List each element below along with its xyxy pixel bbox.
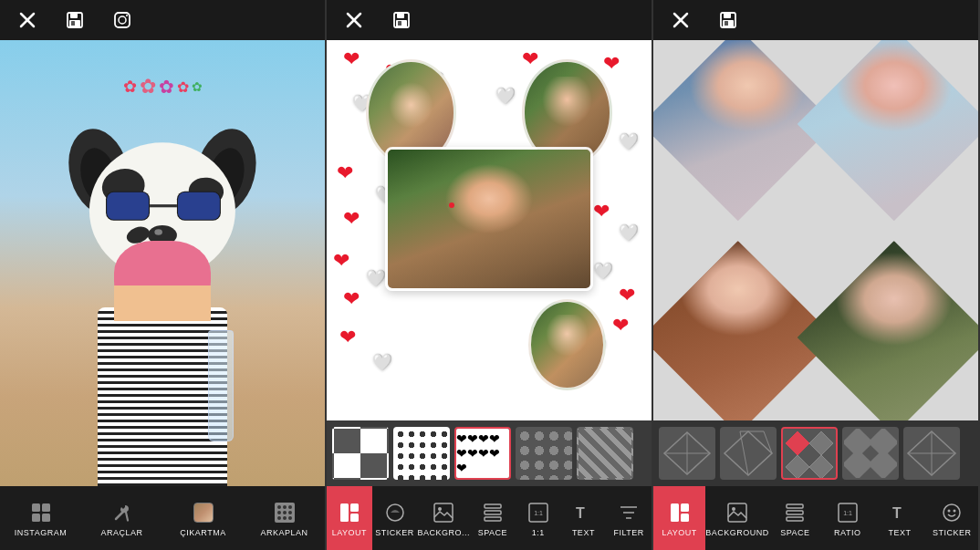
save-button-2[interactable] bbox=[389, 7, 414, 33]
thumb-pinwheel[interactable] bbox=[332, 427, 389, 480]
tool-background-2[interactable]: BACKGRO... bbox=[418, 486, 471, 550]
tool-space-3[interactable]: SPACE bbox=[769, 486, 821, 550]
bottom-toolbar-1: INSTAGRAM ARAÇLAR ÇIKARTMA ARKAPLAN bbox=[0, 486, 325, 550]
thumb-squares[interactable] bbox=[577, 427, 633, 480]
layout-icon bbox=[337, 500, 362, 525]
thumb-dots-sm[interactable] bbox=[393, 427, 450, 480]
photo-frame-4[interactable] bbox=[528, 299, 606, 390]
svg-rect-47 bbox=[350, 514, 359, 522]
instagram-button-1[interactable] bbox=[109, 7, 135, 33]
svg-point-36 bbox=[277, 516, 281, 520]
svg-text:T: T bbox=[576, 505, 585, 521]
close-button-2[interactable] bbox=[341, 7, 367, 33]
svg-point-30 bbox=[277, 505, 281, 509]
svg-point-23 bbox=[154, 229, 162, 234]
svg-point-38 bbox=[288, 516, 292, 520]
girl-neck bbox=[114, 285, 212, 321]
tool-text-2[interactable]: T TEXT bbox=[561, 486, 607, 550]
diamond-photo-tr[interactable] bbox=[798, 40, 978, 220]
bottle bbox=[208, 330, 234, 441]
space2-icon bbox=[480, 500, 506, 525]
layout-thumb-5[interactable] bbox=[903, 427, 960, 480]
thumb-dots-lg[interactable] bbox=[516, 427, 572, 480]
heart-decor: ❤ bbox=[343, 287, 360, 311]
tool-instagram[interactable]: INSTAGRAM bbox=[0, 486, 81, 550]
tool-arkaplan[interactable]: ARKAPLAN bbox=[244, 486, 325, 550]
svg-point-101 bbox=[954, 509, 956, 512]
layout3-icon bbox=[667, 500, 693, 525]
svg-rect-3 bbox=[70, 13, 78, 18]
svg-rect-20 bbox=[107, 192, 149, 219]
pattern-icon bbox=[272, 500, 297, 525]
svg-text:T: T bbox=[892, 505, 902, 521]
svg-rect-91 bbox=[728, 503, 746, 522]
svg-text:1:1: 1:1 bbox=[843, 510, 852, 516]
tool-sticker-2[interactable]: STICKER bbox=[372, 486, 418, 550]
photo-frame-3[interactable] bbox=[385, 147, 593, 291]
layout-thumb-4[interactable] bbox=[842, 427, 899, 480]
svg-rect-42 bbox=[397, 13, 404, 18]
tool-araclar-label: ARAÇLAR bbox=[100, 528, 142, 537]
svg-rect-25 bbox=[42, 503, 50, 512]
heart-decor: ❤ bbox=[337, 161, 353, 185]
svg-point-8 bbox=[126, 15, 128, 16]
filter2-icon bbox=[616, 500, 641, 525]
diamond-collage bbox=[653, 40, 978, 420]
svg-point-37 bbox=[283, 516, 287, 520]
layout-thumb-2[interactable] bbox=[720, 427, 777, 480]
svg-rect-46 bbox=[350, 503, 359, 512]
svg-point-99 bbox=[944, 504, 960, 521]
svg-rect-45 bbox=[340, 503, 349, 522]
diamond-photo-br[interactable] bbox=[798, 241, 978, 420]
tool-background-3-label: BACKGROUND bbox=[705, 528, 769, 537]
tool-text-2-label: TEXT bbox=[572, 528, 595, 537]
layout-thumb-3[interactable] bbox=[781, 427, 838, 480]
svg-point-100 bbox=[948, 509, 951, 512]
collage-bg: ❤ ❤ 🤍 ❤ 🤍 ❤ 🤍 ❤ 🤍 ❤ 🤍 ❤ 🤍 ❤ ❤ 🤍 ❤ 🤍 ❤ 🤍 … bbox=[327, 40, 652, 420]
tool-sticker-2-label: STICKER bbox=[375, 528, 414, 537]
heart-decor: 🤍 bbox=[372, 352, 392, 372]
tool-ratio-2[interactable]: 1:1 1:1 bbox=[516, 486, 561, 550]
tool-arkaplan-label: ARKAPLAN bbox=[260, 528, 308, 537]
svg-point-35 bbox=[288, 511, 292, 514]
heart-decor: 🤍 bbox=[495, 86, 516, 106]
layout-strip-3 bbox=[653, 420, 978, 486]
svg-point-33 bbox=[277, 511, 281, 514]
tool-layout-3-label: LAYOUT bbox=[662, 528, 696, 537]
close-button-1[interactable] bbox=[15, 7, 40, 33]
tool-sticker-3[interactable]: STICKER bbox=[926, 486, 978, 550]
tool-text-3[interactable]: T TEXT bbox=[873, 486, 925, 550]
background2-icon bbox=[431, 500, 456, 525]
svg-rect-93 bbox=[787, 511, 803, 514]
tool-cikartma-label: ÇIKARTMA bbox=[180, 528, 225, 537]
tool-background-3[interactable]: BACKGROUND bbox=[705, 486, 769, 550]
svg-point-50 bbox=[438, 507, 442, 511]
tool-filter-2[interactable]: FILTER bbox=[606, 486, 652, 550]
svg-rect-95 bbox=[787, 517, 803, 521]
svg-rect-27 bbox=[42, 514, 50, 522]
tool-cikartma[interactable]: ÇIKARTMA bbox=[162, 486, 244, 550]
heart-decor: 🤍 bbox=[593, 261, 613, 281]
svg-rect-89 bbox=[681, 503, 689, 512]
tool-ratio-3[interactable]: 1:1 RATIO bbox=[821, 486, 873, 550]
tool-layout-3[interactable]: LAYOUT bbox=[653, 486, 705, 550]
heart-decor: 🤍 bbox=[619, 223, 639, 243]
tool-instagram-label: INSTAGRAM bbox=[15, 528, 67, 537]
svg-rect-49 bbox=[434, 503, 453, 522]
layout-thumb-1[interactable] bbox=[659, 427, 715, 480]
main-photo-1: ✿ ✿ ✿ ✿ ✿ bbox=[0, 40, 325, 486]
svg-rect-65 bbox=[725, 21, 728, 26]
svg-rect-53 bbox=[485, 517, 501, 521]
tool-space-2[interactable]: SPACE bbox=[470, 486, 516, 550]
svg-rect-44 bbox=[398, 21, 401, 26]
thumb-hearts[interactable]: ❤❤❤❤❤❤❤❤❤ bbox=[454, 427, 511, 480]
tool-layout-2[interactable]: LAYOUT bbox=[327, 486, 372, 550]
close-button-3[interactable] bbox=[668, 7, 693, 33]
top-bar-3 bbox=[653, 0, 978, 40]
tool-araclar[interactable]: ARAÇLAR bbox=[81, 486, 162, 550]
save-button-3[interactable] bbox=[715, 7, 741, 33]
heart-decor: ❤ bbox=[593, 200, 610, 223]
heart-decor: ❤ bbox=[612, 314, 629, 337]
heart-decor: ❤ bbox=[522, 47, 538, 71]
save-button-1[interactable] bbox=[62, 7, 88, 33]
